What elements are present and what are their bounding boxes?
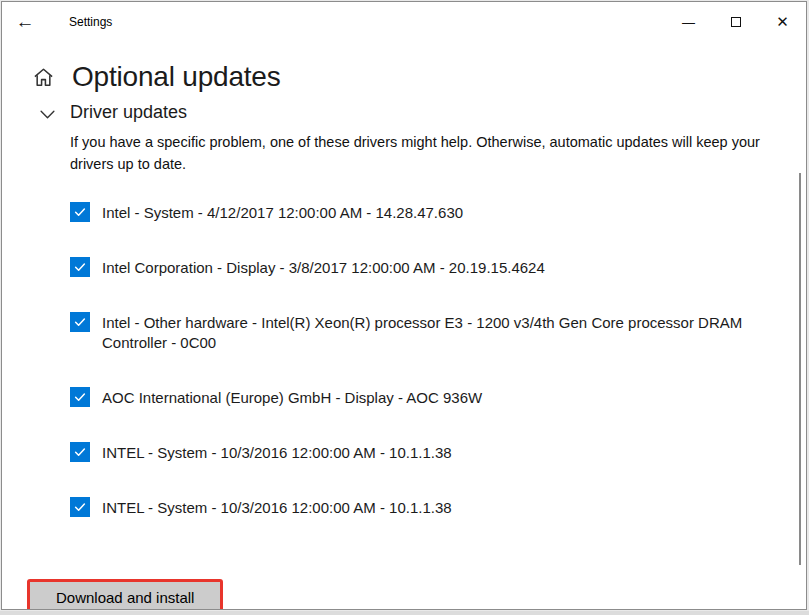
close-button[interactable]: ✕ [759, 2, 806, 42]
driver-update-list: Intel - System - 4/12/2017 12:00:00 AM -… [2, 202, 806, 518]
update-label: Intel - System - 4/12/2017 12:00:00 AM -… [102, 202, 463, 223]
driver-update-row[interactable]: Intel - Other hardware - Intel(R) Xeon(R… [2, 312, 806, 353]
update-checkbox[interactable] [70, 497, 90, 517]
titlebar: ← Settings — ✕ [2, 2, 806, 42]
minimize-button[interactable]: — [665, 2, 712, 42]
update-checkbox[interactable] [70, 442, 90, 462]
back-arrow-icon: ← [16, 11, 35, 33]
settings-window: ← Settings — ✕ Optional updates Driver u… [1, 1, 807, 610]
maximize-button[interactable] [712, 2, 759, 42]
section-title: Driver updates [70, 102, 187, 123]
back-button[interactable]: ← [2, 2, 48, 42]
checkmark-icon [73, 315, 87, 329]
window-title: Settings [69, 15, 112, 29]
maximize-icon [731, 17, 741, 27]
checkmark-icon [73, 260, 87, 274]
checkmark-icon [73, 205, 87, 219]
close-icon: ✕ [776, 13, 789, 31]
screenshot-bottom-edge [0, 611, 809, 615]
driver-update-row[interactable]: INTEL - System - 10/3/2016 12:00:00 AM -… [2, 497, 806, 518]
page-header: Optional updates [32, 61, 806, 93]
page-title: Optional updates [72, 61, 281, 93]
scrollbar-thumb[interactable] [799, 173, 801, 565]
minimize-icon: — [682, 15, 695, 30]
chevron-down-icon [39, 106, 56, 123]
checkmark-icon [73, 500, 87, 514]
update-label: AOC International (Europe) GmbH - Displa… [102, 387, 482, 408]
download-and-install-button[interactable]: Download and install [30, 582, 220, 610]
update-checkbox[interactable] [70, 257, 90, 277]
section-description: If you have a specific problem, one of t… [70, 131, 784, 175]
driver-update-row[interactable]: AOC International (Europe) GmbH - Displa… [2, 387, 806, 408]
checkmark-icon [73, 390, 87, 404]
update-label: INTEL - System - 10/3/2016 12:00:00 AM -… [102, 442, 452, 463]
driver-updates-section-header[interactable]: Driver updates [39, 102, 806, 123]
update-label: INTEL - System - 10/3/2016 12:00:00 AM -… [102, 497, 452, 518]
driver-update-row[interactable]: INTEL - System - 10/3/2016 12:00:00 AM -… [2, 442, 806, 463]
update-label: Intel Corporation - Display - 3/8/2017 1… [102, 257, 545, 278]
checkmark-icon [73, 445, 87, 459]
driver-update-row[interactable]: Intel - System - 4/12/2017 12:00:00 AM -… [2, 202, 806, 223]
window-controls: — ✕ [665, 2, 806, 42]
home-icon [32, 66, 55, 89]
update-checkbox[interactable] [70, 312, 90, 332]
update-label: Intel - Other hardware - Intel(R) Xeon(R… [102, 312, 784, 353]
update-checkbox[interactable] [70, 202, 90, 222]
driver-update-row[interactable]: Intel Corporation - Display - 3/8/2017 1… [2, 257, 806, 278]
update-checkbox[interactable] [70, 387, 90, 407]
annotation-highlight: Download and install [27, 579, 223, 610]
